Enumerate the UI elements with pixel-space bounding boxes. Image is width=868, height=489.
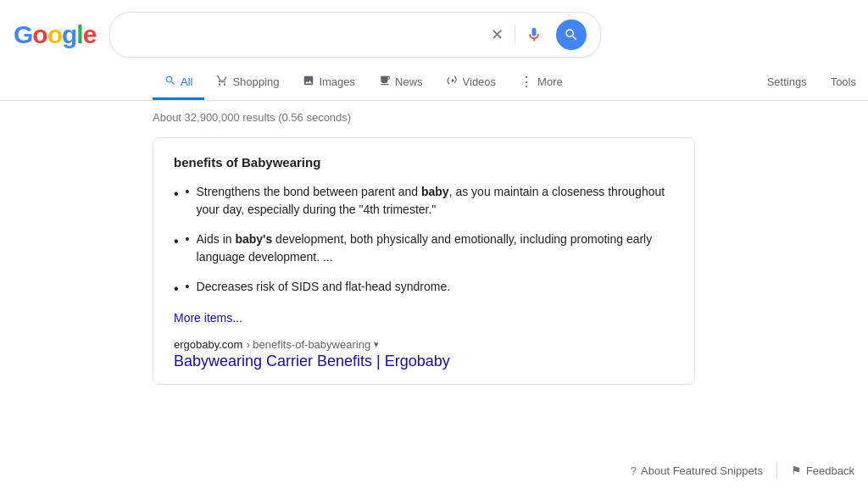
- nav-bar: All Shopping Images News Videos ⋮ More S…: [0, 59, 868, 101]
- bullet: •: [186, 231, 190, 248]
- more-icon: ⋮: [520, 74, 533, 90]
- videos-icon: [447, 75, 459, 89]
- bullet: •: [186, 183, 190, 201]
- more-items-link[interactable]: More items...: [174, 311, 242, 325]
- results-count: About 32,900,000 results (0.56 seconds): [153, 111, 351, 124]
- item-text-2: Aids in baby's development, both physica…: [197, 231, 674, 266]
- about-snippets[interactable]: ? About Featured Snippets: [631, 464, 763, 477]
- about-snippets-label: About Featured Snippets: [641, 464, 763, 477]
- nav-shopping-label: Shopping: [232, 75, 279, 88]
- clear-icon: ✕: [489, 27, 504, 42]
- feedback-label: Feedback: [806, 464, 854, 477]
- nav-all-label: All: [181, 75, 192, 88]
- divider: [515, 25, 515, 45]
- news-icon: [379, 75, 391, 89]
- snippet-list: • Strengthens the bond between parent an…: [174, 183, 674, 299]
- list-item: • Aids in baby's development, both physi…: [174, 231, 674, 266]
- result-title-link[interactable]: Babywearing Carrier Benefits | Ergobaby: [174, 353, 450, 370]
- mic-button[interactable]: [522, 23, 546, 47]
- search-icons: ✕: [486, 19, 587, 50]
- feedback-link[interactable]: ⚑ Feedback: [791, 464, 854, 477]
- search-box[interactable]: benefits of baby carrier ✕: [109, 12, 601, 58]
- source-domain: ergobaby.com: [174, 338, 242, 351]
- nav-item-all[interactable]: All: [153, 66, 204, 100]
- bullet: •: [186, 278, 190, 296]
- list-item: • Strengthens the bond between parent an…: [174, 183, 674, 219]
- question-icon: ?: [631, 464, 637, 477]
- google-logo: Google: [14, 20, 96, 49]
- footer: ? About Featured Snippets ⚑ Feedback: [617, 452, 868, 489]
- featured-snippet: benefits of Babywearing • Strengthens th…: [153, 137, 695, 385]
- search-button[interactable]: [556, 19, 587, 50]
- shopping-icon: [216, 75, 228, 89]
- nav-item-more[interactable]: ⋮ More: [508, 65, 575, 101]
- header: Google benefits of baby carrier ✕: [0, 0, 868, 58]
- images-icon: [303, 75, 314, 89]
- search-icon: [564, 27, 579, 42]
- nav-item-images[interactable]: Images: [291, 66, 367, 100]
- list-item: • Decreases risk of SIDS and flat-head s…: [174, 278, 674, 299]
- clear-button[interactable]: ✕: [486, 24, 508, 46]
- nav-item-shopping[interactable]: Shopping: [204, 66, 291, 100]
- nav-more-label: More: [537, 75, 563, 88]
- tools-label: Tools: [831, 75, 856, 88]
- snippet-title: benefits of Babywearing: [174, 155, 674, 169]
- nav-item-news[interactable]: News: [367, 66, 435, 100]
- nav-settings-link[interactable]: Settings: [755, 67, 819, 99]
- search-input[interactable]: benefits of baby carrier: [124, 27, 479, 42]
- nav-videos-label: Videos: [463, 75, 497, 88]
- item-text-3: Decreases risk of SIDS and flat-head syn…: [197, 278, 451, 296]
- all-icon: [164, 75, 176, 89]
- source-path: › benefits-of-babywearing: [246, 338, 370, 351]
- nav-settings: Settings Tools: [755, 66, 868, 98]
- item-text-1: Strengthens the bond between parent and …: [197, 183, 674, 219]
- dropdown-arrow-icon[interactable]: ▾: [374, 339, 379, 350]
- footer-divider: [776, 462, 777, 479]
- source-url: ergobaby.com › benefits-of-babywearing ▾: [174, 338, 674, 351]
- nav-news-label: News: [395, 75, 423, 88]
- nav-tools-link[interactable]: Tools: [819, 67, 868, 99]
- nav-item-videos[interactable]: Videos: [435, 66, 509, 100]
- nav-images-label: Images: [319, 75, 355, 88]
- results-info: About 32,900,000 results (0.56 seconds): [0, 101, 868, 131]
- settings-label: Settings: [767, 75, 807, 88]
- feedback-icon: ⚑: [791, 464, 802, 477]
- mic-icon: [526, 26, 542, 43]
